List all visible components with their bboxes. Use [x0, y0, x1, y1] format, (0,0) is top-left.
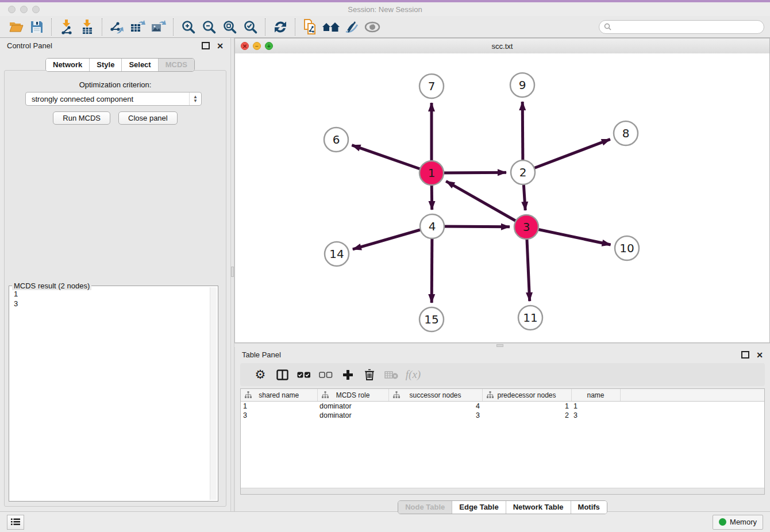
- table-panel-title: Table Panel: [242, 350, 281, 359]
- tab-edge-table[interactable]: Edge Table: [452, 501, 505, 514]
- graph-node-label: 8: [622, 126, 630, 140]
- table-cell[interactable]: dominator: [317, 411, 388, 420]
- zoom-out-button[interactable]: [199, 18, 220, 36]
- import-table-button[interactable]: [77, 18, 98, 36]
- float-panel-icon[interactable]: [741, 351, 749, 358]
- table-settings-button[interactable]: ⚙: [249, 365, 271, 384]
- graph-node-7[interactable]: 7: [419, 74, 444, 98]
- import-network-button[interactable]: [56, 18, 77, 36]
- export-table-button[interactable]: [128, 18, 148, 36]
- table-cell[interactable]: 1: [241, 402, 317, 411]
- toolbar-separator: [173, 18, 174, 36]
- show-graphics-details-button[interactable]: [362, 18, 383, 36]
- graph-node-9[interactable]: 9: [510, 73, 534, 97]
- control-panel-header: Control Panel ✕: [0, 38, 230, 52]
- copy-network-button[interactable]: [300, 18, 321, 36]
- run-mcds-button[interactable]: Run MCDS: [53, 111, 110, 125]
- graph-node-label: 3: [523, 220, 530, 234]
- delete-table-button: [380, 365, 402, 384]
- zoom-out-icon: [202, 20, 217, 34]
- vertical-split-divider[interactable]: [230, 38, 234, 511]
- fx-icon: f(x): [406, 368, 421, 381]
- tab-network[interactable]: Network: [46, 59, 89, 71]
- divider-handle[interactable]: [231, 267, 234, 277]
- column-header-successor-nodes[interactable]: successor nodes: [388, 389, 482, 402]
- tab-node-table[interactable]: Node Table: [398, 501, 452, 514]
- refresh-view-button[interactable]: [270, 18, 291, 36]
- horizontal-split-divider[interactable]: [234, 343, 770, 347]
- column-layout-button[interactable]: [271, 365, 293, 384]
- graph-node-15[interactable]: 15: [419, 307, 444, 331]
- attribute-tree-icon: [322, 391, 329, 398]
- column-header-predecessor-nodes[interactable]: predecessor nodes: [482, 389, 571, 402]
- save-session-button[interactable]: [26, 18, 47, 36]
- zoom-in-button[interactable]: [178, 18, 199, 36]
- tab-style[interactable]: Style: [89, 59, 121, 71]
- table-cell[interactable]: 2: [482, 411, 571, 420]
- graph-node-4[interactable]: 4: [420, 214, 444, 238]
- close-panel-icon[interactable]: ✕: [217, 43, 224, 49]
- export-network-button[interactable]: [107, 18, 128, 36]
- criterion-dropdown[interactable]: strongly connected component ▲▼: [25, 92, 202, 106]
- delete-column-button[interactable]: [359, 365, 380, 384]
- window-titlebar: Session: New Session: [0, 2, 770, 17]
- graph-node-6[interactable]: 6: [324, 128, 348, 152]
- add-column-button[interactable]: [337, 365, 359, 384]
- table-cell-filler: [620, 402, 764, 411]
- graph-node-10[interactable]: 10: [615, 236, 639, 260]
- table-cell[interactable]: 3: [571, 411, 620, 420]
- close-panel-icon[interactable]: ✕: [756, 352, 763, 358]
- table-cell[interactable]: 4: [388, 402, 482, 411]
- graph-node-8[interactable]: 8: [614, 121, 638, 145]
- graph-node-11[interactable]: 11: [518, 306, 542, 330]
- column-header-mcds-role[interactable]: MCDS role: [317, 389, 388, 402]
- float-panel-icon[interactable]: [202, 42, 210, 49]
- tab-network-table[interactable]: Network Table: [506, 501, 571, 514]
- criterion-dropdown-value: strongly connected component: [32, 95, 133, 103]
- hide-graphics-details-button[interactable]: [341, 18, 362, 36]
- network-canvas[interactable]: 7968124314101511: [235, 53, 769, 342]
- graph-node-1[interactable]: 1: [419, 161, 444, 185]
- column-header-name[interactable]: name: [571, 389, 620, 402]
- column-header-shared-name[interactable]: shared name: [241, 389, 317, 402]
- copy-network-icon: [303, 19, 318, 35]
- mcds-result-text[interactable]: 1 3: [11, 287, 210, 500]
- graph-edge-3-10[interactable]: [526, 227, 611, 245]
- graph-edge-3-1[interactable]: [446, 181, 526, 227]
- graph-edge-2-8[interactable]: [523, 139, 610, 172]
- result-scrollbar[interactable]: [210, 287, 217, 500]
- select-all-checkboxes-button[interactable]: [293, 365, 315, 384]
- graph-node-14[interactable]: 14: [325, 242, 349, 266]
- table-cell[interactable]: 1: [482, 402, 571, 411]
- search-icon: [604, 23, 611, 30]
- graph-node-2[interactable]: 2: [511, 160, 535, 184]
- table-row[interactable]: 1dominator411: [241, 402, 764, 411]
- zoom-selected-icon: [243, 20, 258, 34]
- refresh-icon: [273, 20, 288, 34]
- close-panel-button[interactable]: Close panel: [118, 111, 178, 125]
- zoom-selected-button[interactable]: [240, 18, 261, 36]
- tab-select[interactable]: Select: [121, 59, 157, 71]
- table-hscroll-track[interactable]: [241, 488, 764, 494]
- table-cell[interactable]: dominator: [317, 402, 388, 411]
- task-history-button[interactable]: [7, 515, 24, 530]
- zoom-fit-button[interactable]: [220, 18, 240, 36]
- deselect-all-checkboxes-button[interactable]: [315, 365, 337, 384]
- global-search: [599, 20, 764, 34]
- tab-mcds[interactable]: MCDS: [158, 59, 194, 71]
- open-folder-icon: [9, 21, 24, 33]
- search-input[interactable]: [615, 22, 759, 32]
- table-cell[interactable]: 3: [241, 411, 317, 420]
- open-session-button[interactable]: [6, 18, 26, 36]
- graph-node-3[interactable]: 3: [514, 215, 538, 239]
- tab-motifs[interactable]: Motifs: [571, 501, 607, 514]
- home-layout-button[interactable]: [321, 18, 341, 36]
- memory-status-icon: [719, 518, 726, 526]
- memory-button[interactable]: Memory: [713, 515, 763, 530]
- table-row[interactable]: 3dominator323: [241, 411, 764, 420]
- table-cell[interactable]: 1: [571, 402, 620, 411]
- control-panel-title: Control Panel: [7, 41, 52, 50]
- node-table: shared nameMCDS rolesuccessor nodesprede…: [240, 388, 765, 495]
- table-cell[interactable]: 3: [388, 411, 482, 420]
- export-image-button[interactable]: [148, 18, 169, 36]
